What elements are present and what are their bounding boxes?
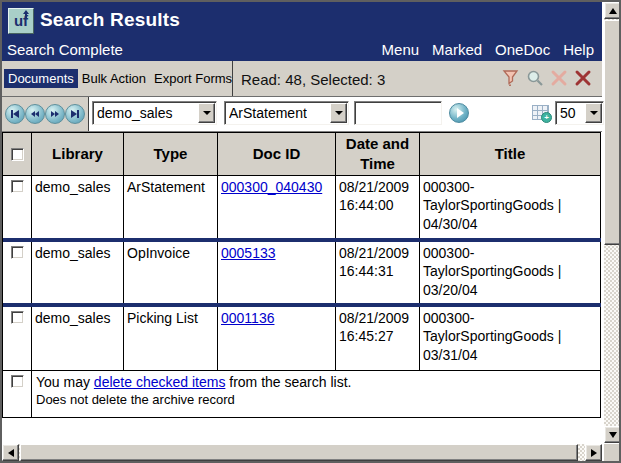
next-page-button[interactable]: [45, 104, 65, 124]
page-title: Search Results: [40, 9, 180, 31]
search-status-text: Search Complete: [7, 41, 123, 58]
chevron-down-icon: [203, 111, 211, 115]
read-selected-summary: Read: 48, Selected: 3: [241, 71, 385, 88]
footer-checkbox[interactable]: [11, 375, 24, 388]
cell-title: 000300-TaylorSportingGoods | 03/20/04: [420, 242, 601, 303]
row-checkbox-cell: [3, 176, 32, 238]
library-select-value: demo_sales: [97, 105, 173, 121]
table-row: demo_sales Picking List 0001136 08/21/20…: [3, 307, 601, 371]
cell-date-time: 08/21/2009 16:44:00: [336, 176, 420, 238]
doc-id-link[interactable]: 0001136: [221, 310, 274, 326]
page-size-value: 50: [560, 105, 576, 121]
doctype-select-arrow[interactable]: [330, 103, 347, 123]
cell-library: demo_sales: [32, 242, 124, 303]
table-row: demo_sales OpInvoice 0005133 08/21/2009 …: [3, 242, 601, 307]
footer-line1: You may delete checked items from the se…: [36, 373, 596, 391]
plus-badge-icon: +: [541, 112, 552, 123]
cell-type: OpInvoice: [124, 242, 218, 303]
search-results-window: uf Search Results Search Complete Menu M…: [0, 0, 621, 463]
cell-title: 000300-TaylorSportingGoods | 04/30/04: [420, 176, 601, 238]
table-row: demo_sales ArStatement 000300_040430 08/…: [3, 176, 601, 242]
filter-funnel-icon[interactable]: [502, 69, 520, 87]
row-checkbox-cell: [3, 307, 32, 370]
tab-bar: Documents Bulk Action Export Forms Read:…: [2, 61, 602, 97]
row-checkbox[interactable]: [11, 246, 24, 259]
doctype-select[interactable]: ArStatement: [224, 101, 349, 125]
row-checkbox[interactable]: [11, 311, 24, 324]
cell-library: demo_sales: [32, 307, 124, 370]
previous-page-button[interactable]: [25, 104, 45, 124]
paging-buttons: [2, 97, 89, 131]
header-library: Library: [32, 133, 124, 175]
cell-doc-id: 000300_040430: [218, 176, 336, 238]
close-x-icon[interactable]: [574, 69, 592, 87]
header-title: Title: [420, 133, 601, 175]
cell-date-time: 08/21/2009 16:44:31: [336, 242, 420, 303]
footer-checkbox-cell: [3, 371, 32, 417]
header-doc-id: Doc ID: [218, 133, 336, 175]
select-all-checkbox[interactable]: [11, 148, 24, 161]
cell-type: ArStatement: [124, 176, 218, 238]
doc-id-link[interactable]: 0005133: [221, 245, 276, 261]
tabbar-divider: [232, 61, 233, 96]
horizontal-scrollbar[interactable]: [2, 444, 602, 461]
uf-app-logo: uf: [8, 8, 34, 34]
library-select-arrow[interactable]: [198, 103, 215, 123]
vertical-scrollbar[interactable]: [604, 2, 621, 443]
cell-date-time: 08/21/2009 16:45:27: [336, 307, 420, 370]
scroll-down-button[interactable]: [604, 426, 621, 443]
vertical-scrollbar-thumb[interactable]: [604, 20, 621, 245]
page-size-arrow[interactable]: [585, 103, 602, 123]
footer-text-cell: You may delete checked items from the se…: [32, 371, 601, 417]
logo-up-arrow-stem: [25, 14, 27, 18]
footer-text-after: from the search list.: [225, 374, 351, 390]
scroll-up-button[interactable]: [604, 2, 621, 19]
library-select[interactable]: demo_sales: [92, 101, 217, 125]
last-page-button[interactable]: [65, 104, 85, 124]
chevron-down-icon: [590, 111, 598, 115]
header-date-time: Date and Time: [336, 133, 420, 175]
menu-item-onedoc[interactable]: OneDoc: [495, 41, 550, 58]
play-arrow-icon: [457, 108, 464, 118]
cell-library: demo_sales: [32, 176, 124, 238]
scrollbar-corner: [604, 444, 621, 461]
footer-text-before: You may: [36, 374, 94, 390]
header-select-all-cell: [3, 133, 32, 175]
chevron-down-icon: [335, 111, 343, 115]
top-menu: Menu Marked OneDoc Help: [382, 41, 594, 58]
title-bar: uf Search Results Search Complete Menu M…: [2, 2, 602, 61]
delete-footer-row: You may delete checked items from the se…: [3, 371, 601, 418]
arrow-down-icon: [609, 432, 617, 438]
row-checkbox-cell: [3, 242, 32, 303]
go-search-button[interactable]: [449, 103, 469, 123]
search-magnifier-icon[interactable]: [526, 69, 544, 87]
first-page-button[interactable]: [5, 104, 25, 124]
tab-bulk-action[interactable]: Bulk Action: [78, 69, 150, 88]
row-checkbox[interactable]: [11, 180, 24, 193]
table-header-row: Library Type Doc ID Date and Time Title: [3, 133, 601, 176]
menu-item-help[interactable]: Help: [563, 41, 594, 58]
doc-id-link[interactable]: 000300_040430: [221, 179, 322, 195]
add-to-grid-icon[interactable]: +: [532, 105, 549, 120]
tab-export-forms[interactable]: Export Forms: [150, 69, 236, 88]
scroll-left-button[interactable]: [2, 444, 19, 461]
cell-type: Picking List: [124, 307, 218, 370]
arrow-right-icon: [591, 449, 597, 457]
cell-doc-id: 0005133: [218, 242, 336, 303]
arrow-up-icon: [609, 8, 617, 14]
cell-doc-id: 0001136: [218, 307, 336, 370]
toolbar-icons: [502, 69, 592, 87]
menu-item-menu[interactable]: Menu: [382, 41, 420, 58]
tab-documents[interactable]: Documents: [4, 69, 78, 88]
arrow-left-icon: [8, 449, 14, 457]
scroll-right-button[interactable]: [585, 444, 602, 461]
tabs-group: Documents Bulk Action Export Forms: [4, 69, 236, 88]
clear-selection-x-icon[interactable]: [550, 69, 568, 87]
horizontal-scrollbar-thumb[interactable]: [20, 444, 578, 461]
menu-item-marked[interactable]: Marked: [432, 41, 482, 58]
page-size-select[interactable]: 50: [555, 101, 604, 125]
results-table: Library Type Doc ID Date and Time Title …: [2, 132, 601, 418]
doctype-select-value: ArStatement: [229, 105, 307, 121]
search-input[interactable]: [354, 101, 442, 125]
delete-checked-items-link[interactable]: delete checked items: [94, 374, 226, 390]
